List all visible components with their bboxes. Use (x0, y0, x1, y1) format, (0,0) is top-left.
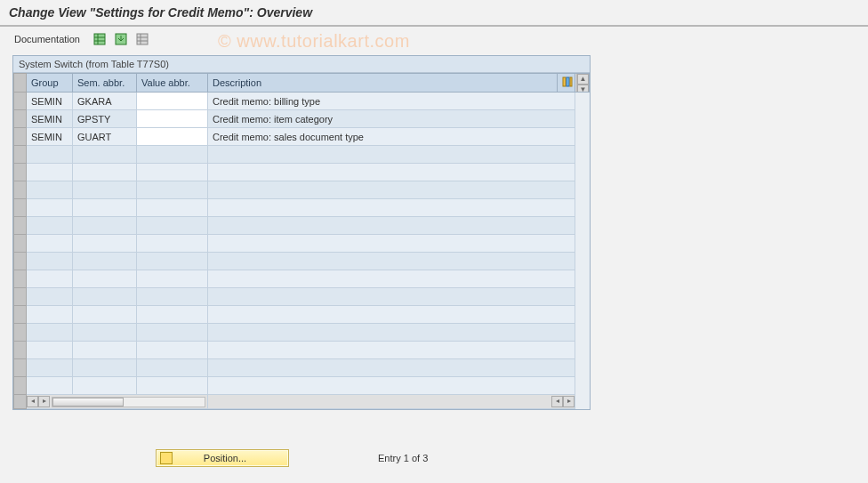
cell-description[interactable] (208, 270, 575, 288)
select-all-rows[interactable] (14, 74, 27, 93)
cell-value-abbr[interactable] (137, 306, 208, 324)
cell-description[interactable] (208, 306, 575, 324)
row-selector[interactable] (14, 199, 27, 217)
cell-value-abbr[interactable] (137, 164, 208, 181)
cell-value-abbr[interactable] (137, 359, 208, 377)
cell-description[interactable] (208, 253, 575, 270)
row-selector[interactable] (14, 164, 27, 181)
cell-sem-abbr[interactable] (73, 324, 137, 342)
row-selector[interactable] (14, 110, 27, 128)
cell-group[interactable] (27, 324, 73, 342)
row-selector[interactable] (14, 181, 27, 199)
cell-value-abbr[interactable] (137, 342, 208, 359)
row-selector[interactable] (14, 359, 27, 377)
col-sem-abbr[interactable]: Sem. abbr. (73, 74, 137, 93)
cell-sem-abbr[interactable] (73, 306, 137, 324)
cell-group[interactable] (27, 377, 73, 395)
col-group[interactable]: Group (27, 74, 73, 93)
cell-value-abbr[interactable] (137, 288, 208, 306)
table-settings-button[interactable] (558, 74, 575, 93)
cell-group[interactable]: SEMIN (27, 110, 73, 128)
cell-sem-abbr[interactable] (73, 146, 137, 164)
cell-sem-abbr[interactable] (73, 164, 137, 181)
vertical-scrollbar[interactable]: ▲ ▼ (576, 74, 589, 92)
cell-description[interactable] (208, 288, 575, 306)
cell-sem-abbr[interactable] (73, 288, 137, 306)
cell-group[interactable] (27, 181, 73, 199)
cell-description[interactable]: Credit memo: billing type (208, 93, 575, 110)
cell-group[interactable] (27, 306, 73, 324)
cell-group[interactable] (27, 342, 73, 359)
row-selector[interactable] (14, 235, 27, 253)
cell-description[interactable] (208, 181, 575, 199)
cell-value-abbr[interactable] (137, 217, 208, 235)
hscroll-left-end-icon[interactable]: ▸ (38, 396, 50, 407)
cell-value-abbr[interactable] (137, 235, 208, 253)
cell-sem-abbr[interactable] (73, 359, 137, 377)
cell-group[interactable] (27, 235, 73, 253)
cell-value-abbr[interactable] (137, 270, 208, 288)
cell-value-abbr[interactable] (137, 324, 208, 342)
row-selector[interactable] (14, 128, 27, 146)
cell-description[interactable] (208, 235, 575, 253)
cell-value-abbr[interactable] (137, 253, 208, 270)
cell-sem-abbr[interactable] (73, 270, 137, 288)
cell-group[interactable] (27, 253, 73, 270)
row-selector[interactable] (14, 253, 27, 270)
cell-sem-abbr[interactable]: GKARA (73, 93, 137, 110)
scroll-up-icon[interactable]: ▲ (577, 74, 589, 85)
cell-value-abbr[interactable] (137, 128, 208, 146)
cell-group[interactable]: SEMIN (27, 128, 73, 146)
cell-description[interactable] (208, 146, 575, 164)
cell-sem-abbr[interactable] (73, 235, 137, 253)
cell-description[interactable] (208, 164, 575, 181)
cell-group[interactable] (27, 217, 73, 235)
cell-description[interactable] (208, 217, 575, 235)
row-selector[interactable] (14, 270, 27, 288)
row-selector[interactable] (14, 377, 27, 395)
row-selector[interactable] (14, 93, 27, 110)
cell-group[interactable] (27, 359, 73, 377)
cell-group[interactable] (27, 146, 73, 164)
cell-description[interactable] (208, 342, 575, 359)
col-description[interactable]: Description (208, 74, 558, 93)
row-selector[interactable] (14, 217, 27, 235)
cell-group[interactable] (27, 270, 73, 288)
hscroll-right-end-icon[interactable]: ▸ (563, 396, 575, 407)
cell-description[interactable] (208, 359, 575, 377)
cell-sem-abbr[interactable] (73, 342, 137, 359)
cell-sem-abbr[interactable] (73, 377, 137, 395)
cell-description[interactable]: Credit memo: item category (208, 110, 575, 128)
row-selector[interactable] (14, 288, 27, 306)
cell-description[interactable]: Credit memo: sales document type (208, 128, 575, 146)
cell-value-abbr[interactable] (137, 199, 208, 217)
cell-sem-abbr[interactable] (73, 199, 137, 217)
cell-value-abbr[interactable] (137, 110, 208, 128)
cell-value-abbr[interactable] (137, 93, 208, 110)
hscroll-track-left[interactable] (52, 397, 205, 407)
cell-sem-abbr[interactable] (73, 181, 137, 199)
cell-sem-abbr[interactable]: GUART (73, 128, 137, 146)
documentation-button[interactable]: Documentation (9, 32, 85, 46)
cell-value-abbr[interactable] (137, 377, 208, 395)
cell-value-abbr[interactable] (137, 146, 208, 164)
cell-sem-abbr[interactable] (73, 217, 137, 235)
table-export-icon[interactable] (114, 32, 128, 46)
row-selector[interactable] (14, 342, 27, 359)
hscroll-left-start-icon[interactable]: ◂ (27, 396, 38, 407)
position-button[interactable]: Position... (156, 449, 289, 467)
select-all-icon[interactable] (135, 32, 149, 46)
cell-group[interactable] (27, 288, 73, 306)
cell-description[interactable] (208, 377, 575, 395)
cell-description[interactable] (208, 199, 575, 217)
col-value-abbr[interactable]: Value abbr. (137, 74, 208, 93)
cell-group[interactable]: SEMIN (27, 93, 73, 110)
cell-sem-abbr[interactable]: GPSTY (73, 110, 137, 128)
hscroll-right-start-icon[interactable]: ◂ (551, 396, 563, 407)
row-selector[interactable] (14, 146, 27, 164)
cell-group[interactable] (27, 199, 73, 217)
table-view-icon[interactable] (92, 32, 107, 46)
cell-sem-abbr[interactable] (73, 253, 137, 270)
cell-description[interactable] (208, 324, 575, 342)
row-selector[interactable] (14, 324, 27, 342)
